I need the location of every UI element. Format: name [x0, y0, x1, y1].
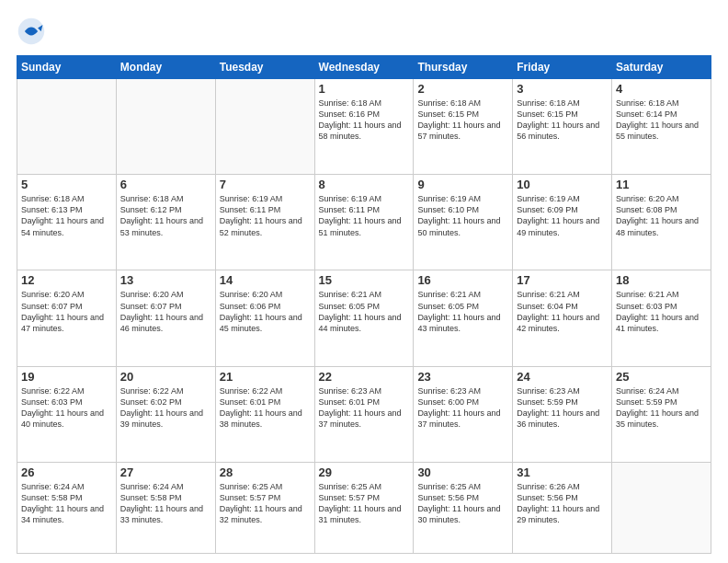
weekday-header: Thursday	[414, 56, 513, 79]
calendar-cell: 13Sunrise: 6:20 AM Sunset: 6:07 PM Dayli…	[116, 270, 215, 366]
day-info: Sunrise: 6:19 AM Sunset: 6:11 PM Dayligh…	[319, 193, 410, 238]
calendar-cell: 2Sunrise: 6:18 AM Sunset: 6:15 PM Daylig…	[414, 79, 513, 175]
day-number: 13	[120, 273, 211, 287]
day-info: Sunrise: 6:21 AM Sunset: 6:04 PM Dayligh…	[517, 289, 608, 334]
page: SundayMondayTuesdayWednesdayThursdayFrid…	[0, 0, 728, 563]
day-number: 2	[417, 82, 508, 96]
day-info: Sunrise: 6:21 AM Sunset: 6:05 PM Dayligh…	[319, 289, 410, 334]
day-info: Sunrise: 6:25 AM Sunset: 5:56 PM Dayligh…	[417, 481, 508, 526]
day-info: Sunrise: 6:18 AM Sunset: 6:13 PM Dayligh…	[21, 193, 112, 238]
day-info: Sunrise: 6:20 AM Sunset: 6:07 PM Dayligh…	[21, 289, 112, 334]
weekday-header: Wednesday	[314, 56, 414, 79]
day-number: 16	[417, 273, 508, 287]
day-info: Sunrise: 6:19 AM Sunset: 6:10 PM Dayligh…	[417, 193, 508, 238]
calendar-cell	[612, 462, 711, 553]
day-info: Sunrise: 6:18 AM Sunset: 6:12 PM Dayligh…	[120, 193, 211, 238]
calendar-cell: 8Sunrise: 6:19 AM Sunset: 6:11 PM Daylig…	[314, 175, 414, 270]
day-info: Sunrise: 6:24 AM Sunset: 5:59 PM Dayligh…	[616, 385, 707, 431]
day-info: Sunrise: 6:18 AM Sunset: 6:16 PM Dayligh…	[319, 98, 410, 143]
day-info: Sunrise: 6:25 AM Sunset: 5:57 PM Dayligh…	[319, 481, 410, 526]
calendar-cell: 31Sunrise: 6:26 AM Sunset: 5:56 PM Dayli…	[513, 462, 612, 553]
calendar-week-row: 1Sunrise: 6:18 AM Sunset: 6:16 PM Daylig…	[17, 79, 711, 175]
day-info: Sunrise: 6:20 AM Sunset: 6:08 PM Dayligh…	[616, 193, 707, 238]
day-info: Sunrise: 6:21 AM Sunset: 6:03 PM Dayligh…	[616, 289, 707, 334]
header	[17, 17, 711, 46]
calendar-cell: 30Sunrise: 6:25 AM Sunset: 5:56 PM Dayli…	[414, 462, 513, 553]
calendar-week-row: 12Sunrise: 6:20 AM Sunset: 6:07 PM Dayli…	[17, 270, 711, 366]
day-number: 25	[616, 370, 707, 384]
calendar-week-row: 19Sunrise: 6:22 AM Sunset: 6:03 PM Dayli…	[17, 366, 711, 462]
calendar-cell: 9Sunrise: 6:19 AM Sunset: 6:10 PM Daylig…	[414, 175, 513, 270]
calendar-cell: 22Sunrise: 6:23 AM Sunset: 6:01 PM Dayli…	[314, 366, 414, 462]
day-number: 1	[319, 82, 410, 96]
calendar-cell	[17, 79, 117, 175]
calendar-cell: 7Sunrise: 6:19 AM Sunset: 6:11 PM Daylig…	[215, 175, 314, 270]
day-info: Sunrise: 6:18 AM Sunset: 6:15 PM Dayligh…	[517, 98, 608, 143]
weekday-header: Monday	[116, 56, 215, 79]
calendar-cell: 17Sunrise: 6:21 AM Sunset: 6:04 PM Dayli…	[513, 270, 612, 366]
day-info: Sunrise: 6:20 AM Sunset: 6:07 PM Dayligh…	[120, 289, 211, 334]
calendar-cell	[215, 79, 314, 175]
day-number: 26	[21, 465, 112, 479]
day-info: Sunrise: 6:20 AM Sunset: 6:06 PM Dayligh…	[220, 289, 311, 334]
calendar-cell: 18Sunrise: 6:21 AM Sunset: 6:03 PM Dayli…	[612, 270, 711, 366]
calendar-cell: 20Sunrise: 6:22 AM Sunset: 6:02 PM Dayli…	[116, 366, 215, 462]
logo-icon	[17, 17, 46, 46]
calendar-body: 1Sunrise: 6:18 AM Sunset: 6:16 PM Daylig…	[17, 79, 711, 554]
calendar-cell: 26Sunrise: 6:24 AM Sunset: 5:58 PM Dayli…	[17, 462, 117, 553]
calendar-cell: 24Sunrise: 6:23 AM Sunset: 5:59 PM Dayli…	[513, 366, 612, 462]
calendar-cell: 1Sunrise: 6:18 AM Sunset: 6:16 PM Daylig…	[314, 79, 414, 175]
weekday-row: SundayMondayTuesdayWednesdayThursdayFrid…	[17, 56, 711, 79]
calendar-cell: 14Sunrise: 6:20 AM Sunset: 6:06 PM Dayli…	[215, 270, 314, 366]
calendar-cell: 10Sunrise: 6:19 AM Sunset: 6:09 PM Dayli…	[513, 175, 612, 270]
calendar-cell: 23Sunrise: 6:23 AM Sunset: 6:00 PM Dayli…	[414, 366, 513, 462]
calendar-cell: 6Sunrise: 6:18 AM Sunset: 6:12 PM Daylig…	[116, 175, 215, 270]
weekday-header: Tuesday	[215, 56, 314, 79]
weekday-header: Saturday	[612, 56, 711, 79]
day-number: 23	[417, 370, 508, 384]
day-number: 3	[517, 82, 608, 96]
calendar-cell: 12Sunrise: 6:20 AM Sunset: 6:07 PM Dayli…	[17, 270, 117, 366]
day-info: Sunrise: 6:18 AM Sunset: 6:15 PM Dayligh…	[417, 98, 508, 143]
day-number: 22	[319, 370, 410, 384]
day-number: 7	[220, 178, 311, 191]
day-number: 6	[120, 178, 211, 191]
calendar-cell: 3Sunrise: 6:18 AM Sunset: 6:15 PM Daylig…	[513, 79, 612, 175]
calendar-week-row: 26Sunrise: 6:24 AM Sunset: 5:58 PM Dayli…	[17, 462, 711, 553]
day-number: 29	[319, 465, 410, 479]
weekday-header: Sunday	[17, 56, 117, 79]
day-number: 31	[517, 465, 608, 479]
day-number: 30	[417, 465, 508, 479]
day-info: Sunrise: 6:18 AM Sunset: 6:14 PM Dayligh…	[616, 98, 707, 143]
day-info: Sunrise: 6:22 AM Sunset: 6:02 PM Dayligh…	[120, 385, 211, 431]
calendar-cell: 15Sunrise: 6:21 AM Sunset: 6:05 PM Dayli…	[314, 270, 414, 366]
calendar-cell: 4Sunrise: 6:18 AM Sunset: 6:14 PM Daylig…	[612, 79, 711, 175]
day-info: Sunrise: 6:23 AM Sunset: 6:01 PM Dayligh…	[319, 385, 410, 431]
weekday-header: Friday	[513, 56, 612, 79]
day-info: Sunrise: 6:24 AM Sunset: 5:58 PM Dayligh…	[21, 481, 112, 526]
calendar-cell: 28Sunrise: 6:25 AM Sunset: 5:57 PM Dayli…	[215, 462, 314, 553]
calendar-cell: 19Sunrise: 6:22 AM Sunset: 6:03 PM Dayli…	[17, 366, 117, 462]
day-number: 8	[319, 178, 410, 191]
day-number: 4	[616, 82, 707, 96]
calendar: SundayMondayTuesdayWednesdayThursdayFrid…	[17, 55, 711, 554]
day-number: 28	[220, 465, 311, 479]
calendar-cell: 5Sunrise: 6:18 AM Sunset: 6:13 PM Daylig…	[17, 175, 117, 270]
day-number: 11	[616, 178, 707, 191]
day-number: 9	[417, 178, 508, 191]
day-number: 19	[21, 370, 112, 384]
day-info: Sunrise: 6:19 AM Sunset: 6:09 PM Dayligh…	[517, 193, 608, 238]
day-info: Sunrise: 6:19 AM Sunset: 6:11 PM Dayligh…	[220, 193, 311, 238]
day-info: Sunrise: 6:22 AM Sunset: 6:03 PM Dayligh…	[21, 385, 112, 431]
calendar-cell: 25Sunrise: 6:24 AM Sunset: 5:59 PM Dayli…	[612, 366, 711, 462]
day-number: 12	[21, 273, 112, 287]
day-number: 27	[120, 465, 211, 479]
day-number: 5	[21, 178, 112, 191]
calendar-cell: 27Sunrise: 6:24 AM Sunset: 5:58 PM Dayli…	[116, 462, 215, 553]
calendar-cell	[116, 79, 215, 175]
day-info: Sunrise: 6:21 AM Sunset: 6:05 PM Dayligh…	[417, 289, 508, 334]
day-number: 14	[220, 273, 311, 287]
calendar-cell: 21Sunrise: 6:22 AM Sunset: 6:01 PM Dayli…	[215, 366, 314, 462]
calendar-cell: 11Sunrise: 6:20 AM Sunset: 6:08 PM Dayli…	[612, 175, 711, 270]
day-number: 21	[220, 370, 311, 384]
